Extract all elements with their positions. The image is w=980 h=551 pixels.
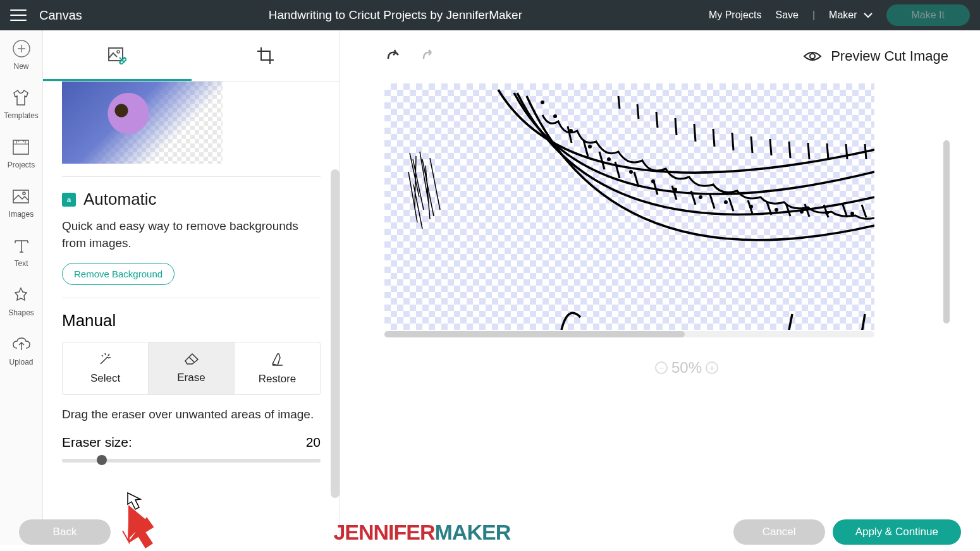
back-button[interactable]: Back	[19, 519, 111, 545]
top-right-nav: My Projects Save | Maker Make It	[709, 4, 970, 26]
undo-redo-group	[384, 49, 438, 64]
automatic-title: a Automatic	[62, 190, 321, 209]
rail-shapes-label: Shapes	[8, 308, 34, 317]
rail-new[interactable]: New	[12, 39, 31, 71]
plus-circle-icon	[12, 39, 31, 58]
eye-icon	[803, 50, 822, 63]
divider	[62, 298, 321, 298]
preview-label: Preview Cut Image	[831, 48, 948, 64]
svg-point-3	[23, 192, 25, 195]
svg-point-10	[588, 145, 592, 148]
canvas-header: Preview Cut Image	[340, 30, 980, 71]
svg-point-6	[810, 54, 815, 59]
main-layout: New Templates Projects Images Text	[0, 30, 980, 545]
seg-restore[interactable]: Restore	[235, 342, 321, 395]
svg-point-15	[699, 195, 702, 199]
svg-rect-1	[13, 140, 28, 154]
sample-thumbnail	[62, 82, 223, 164]
slider-thumb[interactable]	[97, 455, 107, 465]
left-rail: New Templates Projects Images Text	[0, 30, 43, 545]
tab-crop[interactable]	[192, 30, 340, 81]
manual-segment-control: Select Erase Restore	[62, 342, 321, 395]
undo-icon[interactable]	[384, 49, 402, 64]
rail-projects[interactable]: Projects	[8, 138, 35, 169]
eraser-size-value: 20	[306, 435, 321, 450]
image-edit-icon	[107, 45, 126, 64]
tab-row	[43, 30, 340, 82]
brand-last: MAKER	[435, 520, 511, 544]
auto-icon: a	[62, 193, 76, 207]
automatic-desc: Quick and easy way to remove backgrounds…	[62, 218, 321, 251]
canvas-area: Preview Cut Image	[340, 30, 980, 545]
svg-point-12	[629, 170, 633, 174]
rail-templates-label: Templates	[4, 111, 39, 120]
remove-background-button[interactable]: Remove Background	[62, 263, 175, 285]
projects-icon	[11, 138, 30, 157]
rail-text-label: Text	[14, 259, 28, 268]
seg-erase[interactable]: Erase	[148, 342, 235, 395]
svg-point-18	[775, 208, 778, 212]
seg-select-label: Select	[90, 372, 120, 385]
eraser-size-slider[interactable]	[62, 459, 321, 463]
side-panel: a Automatic Quick and easy way to remove…	[43, 30, 340, 545]
make-it-button[interactable]: Make It	[886, 4, 970, 26]
rail-upload[interactable]: Upload	[9, 335, 33, 366]
text-icon	[12, 236, 31, 255]
tshirt-icon	[11, 88, 30, 107]
divider: |	[812, 9, 815, 21]
zoom-in-button[interactable]: +	[706, 361, 718, 374]
h-scrollbar-thumb[interactable]	[384, 331, 685, 337]
apply-continue-button[interactable]: Apply & Continue	[833, 519, 961, 545]
seg-erase-label: Erase	[177, 372, 205, 384]
svg-point-8	[553, 114, 557, 118]
svg-point-16	[724, 200, 728, 204]
canvas-viewport[interactable]: − 50% +	[340, 71, 980, 545]
seg-restore-label: Restore	[259, 373, 297, 385]
image-icon	[11, 187, 30, 206]
rail-text[interactable]: Text	[12, 236, 31, 268]
rail-shapes[interactable]: Shapes	[8, 286, 34, 317]
svg-point-14	[673, 188, 677, 191]
canvas-h-scrollbar[interactable]	[384, 331, 874, 337]
rail-projects-label: Projects	[8, 160, 35, 169]
svg-rect-2	[13, 190, 28, 203]
svg-point-11	[607, 157, 611, 161]
redo-icon[interactable]	[420, 49, 438, 64]
chevron-down-icon	[864, 13, 873, 18]
eraser-size-label: Eraser size:	[62, 435, 132, 450]
panel-scrollbar[interactable]	[331, 169, 340, 498]
shapes-icon	[11, 286, 30, 305]
svg-point-5	[117, 51, 119, 53]
divider	[62, 176, 321, 177]
machine-select[interactable]: Maker	[829, 9, 872, 21]
zoom-value: 50%	[669, 359, 704, 377]
rail-templates[interactable]: Templates	[4, 88, 39, 120]
tab-background-remove[interactable]	[43, 30, 192, 81]
svg-point-13	[651, 179, 655, 183]
upload-icon	[12, 335, 31, 354]
zoom-out-button[interactable]: −	[655, 361, 668, 374]
canvas-label: Canvas	[39, 8, 82, 23]
brand-first: JENNIFER	[333, 520, 434, 544]
zoom-control: − 50% +	[655, 359, 718, 377]
project-title: Handwriting to Cricut Projects by Jennif…	[82, 8, 709, 22]
svg-point-17	[749, 205, 753, 209]
menu-button[interactable]	[10, 9, 27, 21]
crop-icon	[257, 47, 274, 64]
save-button[interactable]: Save	[775, 9, 798, 21]
top-bar: Canvas Handwriting to Cricut Projects by…	[0, 0, 980, 30]
automatic-title-text: Automatic	[83, 190, 157, 209]
canvas-v-scrollbar[interactable]	[943, 140, 950, 324]
seg-select[interactable]: Select	[62, 342, 148, 395]
preview-cut-image-button[interactable]: Preview Cut Image	[803, 48, 948, 64]
rail-images-label: Images	[9, 210, 34, 219]
my-projects-link[interactable]: My Projects	[709, 9, 762, 21]
eraser-size-row: Eraser size: 20	[62, 435, 321, 450]
canvas-checkerboard	[384, 83, 874, 330]
rail-images[interactable]: Images	[9, 187, 34, 219]
eraser-icon	[184, 353, 199, 365]
panel-body: a Automatic Quick and easy way to remove…	[43, 82, 340, 545]
cancel-button[interactable]: Cancel	[733, 519, 825, 545]
manual-title: Manual	[62, 311, 321, 330]
tutorial-arrow-overlay	[121, 492, 156, 548]
